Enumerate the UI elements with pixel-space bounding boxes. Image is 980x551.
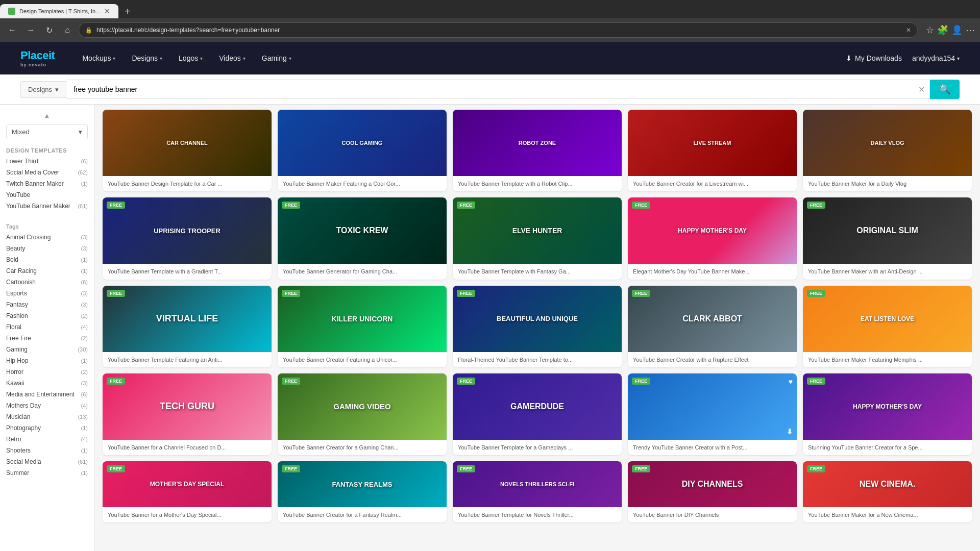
sidebar-item-count: (6) [81, 158, 88, 164]
template-card[interactable]: FREE HAPPY MOTHER'S DAY Elegant Mother's… [628, 197, 797, 279]
sidebar-item-label: Car Racing [6, 267, 37, 274]
card-thumbnail: COOL GAMING [278, 110, 447, 176]
sidebar-item-esports[interactable]: Esports (3) [0, 288, 94, 299]
user-menu-button[interactable]: andyydna154 ▾ [912, 54, 960, 62]
sidebar-item-youtube-banner-maker[interactable]: YouTube Banner Maker (61) [0, 201, 94, 212]
sidebar-item-label: Fantasy [6, 301, 28, 308]
nav-gaming[interactable]: Gaming ▾ [255, 50, 299, 66]
address-bar[interactable]: 🔒 https://placeit.net/c/design-templates… [79, 22, 918, 38]
template-card[interactable]: FREE NEW CINEMA. YouTube Banner Maker fo… [803, 461, 972, 522]
sidebar-item-count: (2) [81, 335, 88, 341]
sidebar-item-label: Retro [6, 436, 21, 443]
template-card[interactable]: FREE GAMING VIDEO YouTube Banner Creator… [278, 373, 447, 455]
sidebar-item-twitch-banner[interactable]: Twitch Banner Maker (1) [0, 178, 94, 189]
template-card[interactable]: FREE TOXIC KREW YouTube Banner Generator… [278, 197, 447, 279]
filter-dropdown[interactable]: Mixed ▾ [6, 124, 88, 139]
free-badge: FREE [107, 290, 125, 297]
search-button[interactable]: 🔍 [930, 80, 960, 99]
template-card[interactable]: FREE GAMERDUDE YouTube Banner Template f… [453, 373, 622, 455]
sidebar-item-label: Photography [6, 424, 41, 432]
search-clear-button[interactable]: ✕ [918, 85, 925, 94]
template-card[interactable]: FREE EAT LISTEN LOVE YouTube Banner Make… [803, 286, 972, 367]
template-card[interactable]: FREE DIY Channels YouTube Banner for DIY… [628, 461, 797, 522]
sidebar-item-hip-hop[interactable]: Hip Hop (1) [0, 355, 94, 366]
menu-icon[interactable]: ⋯ [966, 24, 975, 36]
template-card[interactable]: FREE Original Slim YouTube Banner Maker … [803, 197, 972, 279]
logo[interactable]: Placeit by envato [20, 49, 55, 67]
reload-button[interactable]: ↻ [42, 23, 56, 37]
address-clear-button[interactable]: ✕ [906, 27, 911, 34]
template-card[interactable]: FREE NOVELS THRILLERS SCI-FI YouTube Ban… [453, 461, 622, 522]
sidebar-item-shooters[interactable]: Shooters (1) [0, 445, 94, 456]
sidebar-item-fantasy[interactable]: Fantasy (3) [0, 299, 94, 310]
sidebar-item-fashion[interactable]: Fashion (2) [0, 310, 94, 321]
sidebar-item-retro[interactable]: Retro (4) [0, 434, 94, 445]
sidebar-item-label: YouTube [6, 191, 30, 198]
new-tab-button[interactable]: + [118, 6, 137, 17]
sidebar-item-count: (4) [81, 324, 88, 330]
template-card[interactable]: FREE MOTHER'S DAY SPECIAL YouTube Banner… [103, 461, 272, 522]
template-card[interactable]: FREE TECH GURU YouTube Banner for a Chan… [103, 373, 272, 455]
template-card[interactable]: FREE ♥ ⬇ Trendy YouTube Banner Creator w… [628, 373, 797, 455]
back-button[interactable]: ← [5, 23, 19, 37]
card-thumbnail: FREE HAPPY MOTHER'S DAY [628, 197, 797, 264]
template-card[interactable]: FREE ELVE HUNTER YouTube Banner Template… [453, 197, 622, 279]
sidebar-item-photography[interactable]: Photography (1) [0, 422, 94, 434]
forward-button[interactable]: → [23, 23, 38, 37]
sidebar-item-horror[interactable]: Horror (2) [0, 366, 94, 378]
sidebar-item-free-fire[interactable]: Free Fire (2) [0, 333, 94, 344]
template-card[interactable]: FREE CLARK ABBOT YouTube Banner Creator … [628, 286, 797, 367]
sidebar-item-lower-third[interactable]: Lower Third (6) [0, 156, 94, 167]
download-icon[interactable]: ⬇ [787, 428, 793, 436]
template-card[interactable]: FREE VIRTUAL LIFE YouTube Banner Templat… [103, 286, 272, 367]
sidebar-item-mothers-day[interactable]: Mothers Day (4) [0, 400, 94, 411]
bookmark-icon[interactable]: ☆ [926, 24, 934, 36]
template-card[interactable]: FREE UPRISING TROOPER YouTube Banner Tem… [103, 197, 272, 279]
template-card[interactable]: CAR CHANNEL YouTube Banner Design Templa… [103, 110, 272, 191]
nav-videos[interactable]: Videos ▾ [212, 50, 253, 66]
template-card[interactable]: COOL GAMING YouTube Banner Maker Featuri… [278, 110, 447, 191]
sidebar-scroll-up[interactable]: ▲ [0, 110, 94, 121]
template-card[interactable]: FREE FANTASY REALMS YouTube Banner Creat… [278, 461, 447, 522]
downloads-button[interactable]: ⬇ My Downloads [846, 54, 902, 62]
sidebar-item-car-racing[interactable]: Car Racing (1) [0, 265, 94, 277]
sidebar-item-musician[interactable]: Musician (13) [0, 411, 94, 422]
card-thumbnail: ROBOT ZONE [453, 110, 622, 176]
nav-designs[interactable]: Designs ▾ [125, 50, 169, 66]
template-card[interactable]: FREE KILLER UNICORN YouTube Banner Creat… [278, 286, 447, 367]
nav-logos[interactable]: Logos ▾ [172, 50, 210, 66]
sidebar-item-social-media-cover[interactable]: Social Media Cover (62) [0, 167, 94, 178]
sidebar-item-social-media[interactable]: Social Media (61) [0, 456, 94, 467]
thumbnail-text: COOL GAMING [342, 140, 383, 146]
sidebar-item-media-entertainment[interactable]: Media and Entertainment (6) [0, 389, 94, 400]
home-button[interactable]: ⌂ [60, 23, 75, 37]
extensions-icon[interactable]: 🧩 [937, 24, 948, 36]
search-category-dropdown[interactable]: Designs ▾ [20, 81, 66, 98]
template-card[interactable]: ROBOT ZONE YouTube Banner Template with … [453, 110, 622, 191]
search-input[interactable] [66, 80, 930, 99]
thumbnail-text: Original Slim [856, 226, 918, 235]
tab-close-button[interactable]: ✕ [104, 7, 110, 15]
header-right: ⬇ My Downloads andyydna154 ▾ [846, 54, 960, 62]
browser-tab[interactable]: Design Templates | T-Shirts, In... ✕ [0, 4, 118, 18]
sidebar-item-youtube[interactable]: YouTube [0, 189, 94, 201]
thumbnail-text: KILLER UNICORN [332, 315, 393, 323]
sidebar-item-floral[interactable]: Floral (4) [0, 321, 94, 333]
profile-icon[interactable]: 👤 [951, 24, 963, 36]
template-card[interactable]: FREE BEAUTIFUL AND UNIQUE Floral-Themed … [453, 286, 622, 367]
card-title: YouTube Banner Generator for Gaming Cha.… [278, 264, 447, 279]
card-thumbnail: FREE MOTHER'S DAY SPECIAL [103, 461, 272, 507]
nav-mockups[interactable]: Mockups ▾ [75, 50, 122, 66]
sidebar-item-gaming[interactable]: Gaming (30) [0, 344, 94, 355]
free-badge: FREE [457, 290, 475, 297]
sidebar-item-beauty[interactable]: Beauty (3) [0, 243, 94, 254]
template-card[interactable]: DAILY VLOG YouTube Banner Maker for a Da… [803, 110, 972, 191]
sidebar-item-animal-crossing[interactable]: Animal Crossing (3) [0, 232, 94, 243]
sidebar-item-summer[interactable]: Summer (1) [0, 467, 94, 479]
heart-icon[interactable]: ♥ [789, 378, 793, 386]
sidebar-item-bold[interactable]: Bold (1) [0, 254, 94, 265]
sidebar-item-kawaii[interactable]: Kawaii (3) [0, 378, 94, 389]
template-card[interactable]: LIVE STREAM YouTube Banner Creator for a… [628, 110, 797, 191]
template-card[interactable]: FREE HAPPY MOTHER'S DAY Stunning YouTube… [803, 373, 972, 455]
sidebar-item-cartoonish[interactable]: Cartoonish (6) [0, 277, 94, 288]
